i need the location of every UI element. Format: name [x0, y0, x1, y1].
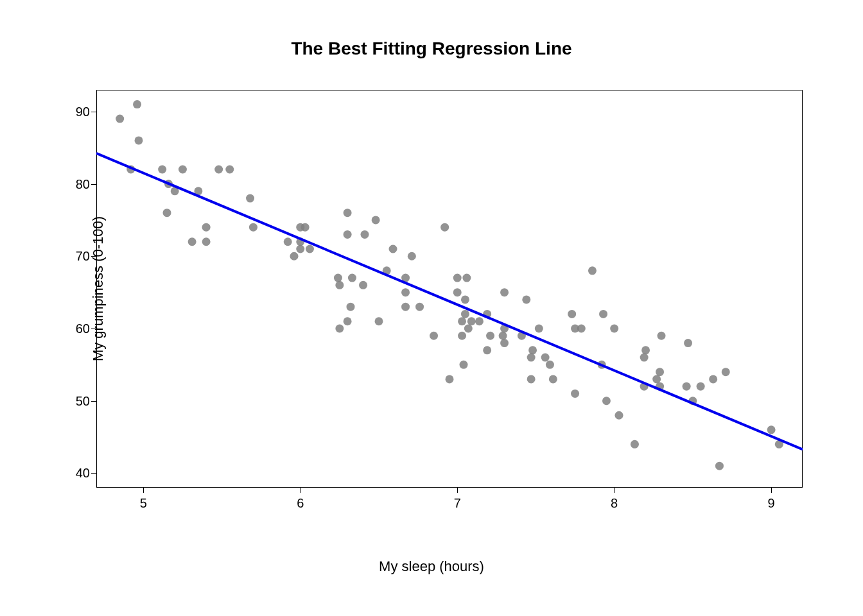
scatter-points-group — [116, 100, 783, 470]
y-tick-label: 90 — [76, 104, 90, 119]
data-point — [568, 310, 576, 318]
data-point — [408, 252, 416, 261]
data-point — [522, 295, 530, 304]
data-point — [483, 346, 491, 354]
data-point — [290, 252, 299, 261]
data-point — [602, 397, 611, 405]
data-point — [683, 382, 691, 391]
data-point — [684, 339, 692, 347]
data-point — [335, 281, 344, 289]
data-point — [599, 310, 607, 318]
y-tick-label: 80 — [76, 176, 90, 191]
x-tick-label: 7 — [454, 496, 461, 511]
data-point — [301, 223, 309, 232]
data-point — [347, 303, 355, 311]
data-point — [453, 288, 462, 296]
data-point — [158, 166, 166, 174]
data-point — [246, 194, 254, 203]
data-point — [461, 295, 469, 304]
data-point — [527, 354, 536, 362]
data-point — [296, 245, 304, 253]
y-tick — [91, 112, 96, 112]
data-point — [527, 375, 536, 383]
data-point — [571, 389, 579, 398]
data-point — [577, 325, 586, 333]
data-point — [549, 375, 557, 383]
data-point — [658, 332, 666, 340]
y-tick — [91, 329, 96, 329]
data-point — [458, 317, 466, 325]
x-tick — [301, 488, 301, 493]
data-point — [359, 281, 367, 289]
y-tick — [91, 184, 96, 185]
x-tick — [143, 488, 144, 493]
data-point — [335, 325, 344, 333]
data-point — [528, 346, 537, 354]
data-point — [415, 303, 424, 311]
data-point — [116, 115, 124, 123]
data-point — [401, 303, 410, 311]
data-point — [135, 136, 143, 144]
x-tick-label: 9 — [768, 496, 775, 511]
data-point — [446, 375, 454, 383]
regression-line — [96, 153, 803, 450]
data-point — [767, 425, 776, 434]
data-point — [541, 354, 550, 362]
chart-container: The Best Fitting Regression Line My grum… — [0, 0, 863, 616]
data-point — [715, 462, 724, 470]
y-tick-label: 70 — [76, 249, 90, 264]
data-point — [133, 100, 141, 108]
data-point — [430, 332, 438, 340]
data-point — [202, 223, 211, 232]
data-point — [475, 317, 484, 325]
data-point — [652, 375, 661, 383]
data-point — [306, 245, 314, 253]
data-point — [460, 361, 468, 369]
data-point — [284, 237, 292, 246]
data-point — [546, 361, 554, 369]
data-point — [225, 166, 234, 174]
x-tick — [615, 488, 615, 493]
data-point — [467, 317, 476, 325]
data-point — [344, 209, 352, 217]
data-point — [249, 223, 257, 232]
data-point — [348, 274, 356, 282]
data-point — [610, 325, 618, 333]
data-point — [188, 237, 196, 246]
y-tick-label: 50 — [76, 393, 90, 408]
chart-title: The Best Fitting Regression Line — [0, 38, 863, 59]
plot-svg — [96, 90, 803, 488]
data-point — [214, 166, 223, 174]
y-tick — [91, 473, 96, 474]
data-point — [389, 245, 397, 253]
data-point — [464, 325, 473, 333]
y-tick — [91, 401, 96, 402]
data-point — [458, 332, 466, 340]
data-point — [500, 339, 509, 347]
data-point — [344, 317, 352, 325]
data-point — [535, 325, 543, 333]
data-point — [344, 230, 352, 239]
data-point — [462, 274, 471, 282]
x-tick-label: 8 — [611, 496, 618, 511]
data-point — [500, 288, 509, 296]
y-tick-label: 40 — [76, 466, 90, 481]
data-point — [615, 411, 623, 420]
x-tick — [771, 488, 772, 493]
data-point — [640, 354, 649, 362]
data-point — [372, 216, 380, 224]
data-point — [722, 368, 730, 376]
data-point — [588, 266, 597, 275]
data-point — [453, 274, 462, 282]
data-point — [697, 382, 705, 391]
data-point — [709, 375, 717, 383]
data-point — [179, 166, 187, 174]
data-point — [334, 274, 342, 282]
data-point — [631, 440, 639, 449]
x-axis-label: My sleep (hours) — [0, 558, 863, 575]
data-point — [163, 209, 171, 217]
x-tick-label: 5 — [140, 496, 147, 511]
data-point — [361, 230, 369, 239]
data-point — [375, 317, 383, 325]
data-point — [202, 237, 211, 246]
